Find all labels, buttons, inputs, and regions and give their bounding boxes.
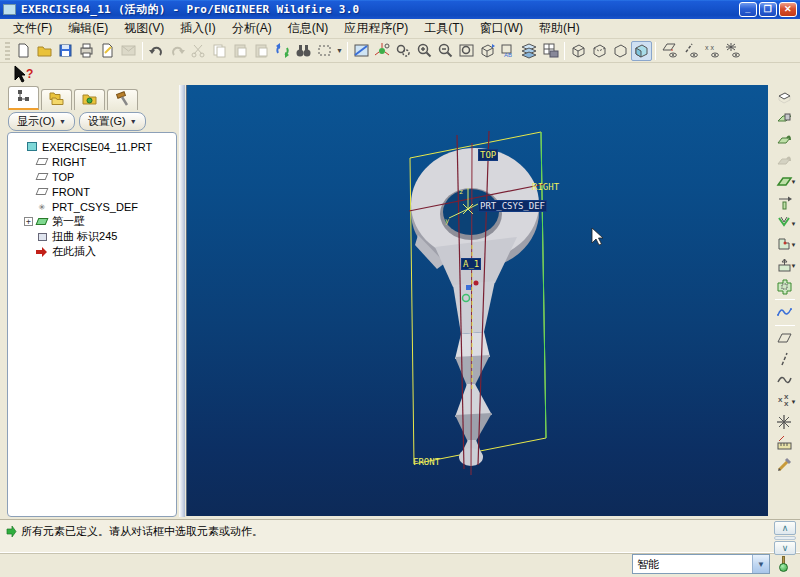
wall-options-icon[interactable]: ▼: [772, 171, 798, 192]
panel-sash[interactable]: [179, 85, 185, 517]
menu-view[interactable]: 视图(V): [117, 18, 171, 39]
flat-wall-tool-icon[interactable]: [772, 108, 798, 129]
saved-views-icon[interactable]: AB: [498, 41, 519, 61]
view-manager-icon[interactable]: [540, 41, 561, 61]
close-button[interactable]: ✕: [779, 2, 797, 17]
csys-tool-icon[interactable]: [772, 412, 798, 433]
hidden-line-icon[interactable]: [589, 41, 610, 61]
regenerate-icon[interactable]: [272, 41, 293, 61]
graphics-viewport[interactable]: TOP RIGHT PRT_CSYS_DEF FRONT A_1 z y: [186, 85, 768, 516]
orient-mode-icon[interactable]: [393, 41, 414, 61]
paste-icon[interactable]: [230, 41, 251, 61]
scroll-down-button[interactable]: ∨: [774, 541, 796, 555]
refit-icon[interactable]: [456, 41, 477, 61]
datum-axis-tool-icon[interactable]: [772, 349, 798, 370]
combo-dropdown-button[interactable]: ▼: [752, 555, 769, 573]
bend-tool-icon[interactable]: ▼: [772, 213, 798, 234]
menu-applications[interactable]: 应用程序(P): [337, 18, 415, 39]
print-icon[interactable]: [76, 41, 97, 61]
datum-label-right[interactable]: RIGHT: [532, 182, 559, 192]
paste-special-icon[interactable]: [251, 41, 272, 61]
datum-point-tool-icon[interactable]: xxx▼: [772, 391, 798, 412]
datum-label-front[interactable]: FRONT: [413, 457, 440, 467]
datum-axis-display-icon[interactable]: [680, 41, 701, 61]
tree-item[interactable]: RIGHT: [10, 154, 174, 169]
tree-item[interactable]: 扭曲 标识245: [10, 229, 174, 244]
reorient-icon[interactable]: [477, 41, 498, 61]
toolbar-grip[interactable]: [5, 42, 10, 60]
redo-icon[interactable]: [167, 41, 188, 61]
scroll-up-button[interactable]: ∧: [774, 521, 796, 535]
menu-analysis[interactable]: 分析(A): [225, 18, 279, 39]
measure-tool-icon[interactable]: [772, 433, 798, 454]
selection-filter-combo[interactable]: 智能 ▼: [632, 554, 770, 574]
shaded-icon[interactable]: [631, 41, 652, 61]
copy-icon[interactable]: [209, 41, 230, 61]
zoom-out-icon[interactable]: [435, 41, 456, 61]
sketch-tool-icon[interactable]: [772, 454, 798, 475]
zoom-in-icon[interactable]: [414, 41, 435, 61]
show-dropdown-button[interactable]: 显示(O)▼: [8, 112, 75, 131]
settings-dropdown-button[interactable]: 设置(G)▼: [79, 112, 146, 131]
tree-item[interactable]: 在此插入: [10, 244, 174, 259]
extrude-tool-icon[interactable]: [772, 87, 798, 108]
tree-item[interactable]: ✳PRT_CSYS_DEF: [10, 199, 174, 214]
corner-relief-tool-icon[interactable]: ▼: [772, 234, 798, 255]
twist-wall-tool-icon[interactable]: [772, 150, 798, 171]
tab-connections[interactable]: [107, 89, 138, 110]
no-hidden-icon[interactable]: [610, 41, 631, 61]
point-display-icon[interactable]: x x: [701, 41, 722, 61]
spin-center-icon[interactable]: [372, 41, 393, 61]
datum-plane-display-icon[interactable]: [659, 41, 680, 61]
undo-icon[interactable]: [146, 41, 167, 61]
context-help-icon[interactable]: ?: [12, 65, 38, 85]
menu-info[interactable]: 信息(N): [281, 18, 336, 39]
save-copy-icon[interactable]: [97, 41, 118, 61]
app-window: EXERCISE04_11 (活动的) - Pro/ENGINEER Wildf…: [0, 0, 800, 577]
wireframe-icon[interactable]: [568, 41, 589, 61]
form-tool-icon[interactable]: [772, 276, 798, 297]
menu-insert[interactable]: 插入(I): [173, 18, 222, 39]
csys-label[interactable]: PRT_CSYS_DEF: [479, 201, 546, 211]
open-icon[interactable]: [34, 41, 55, 61]
spline-tool-icon[interactable]: [772, 302, 798, 323]
find-icon[interactable]: [293, 41, 314, 61]
menu-help[interactable]: 帮助(H): [532, 18, 587, 39]
expand-icon[interactable]: +: [24, 217, 33, 226]
redraw-icon[interactable]: [351, 41, 372, 61]
curve-tool-icon[interactable]: [772, 370, 798, 391]
flange-wall-tool-icon[interactable]: [772, 129, 798, 150]
select-icon[interactable]: [314, 41, 335, 61]
menu-edit[interactable]: 编辑(E): [61, 18, 115, 39]
tree-item[interactable]: FRONT: [10, 184, 174, 199]
save-icon[interactable]: [55, 41, 76, 61]
unbend-tool-icon[interactable]: [772, 192, 798, 213]
layers-icon[interactable]: [519, 41, 540, 61]
punch-tool-icon[interactable]: ▼: [772, 255, 798, 276]
datum-label-top[interactable]: TOP: [479, 150, 497, 160]
tree-item[interactable]: EXERCISE04_11.PRT: [10, 139, 174, 154]
restore-button[interactable]: ❐: [759, 2, 777, 17]
feature-handle-blue[interactable]: [466, 285, 471, 290]
minimize-button[interactable]: _: [739, 2, 757, 17]
tree-item[interactable]: +第一壁: [10, 214, 174, 229]
filter-status-icon[interactable]: [778, 555, 790, 573]
dropdown-caret-icon[interactable]: ▼: [335, 41, 344, 61]
svg-text:AB: AB: [504, 52, 512, 58]
tab-favorites[interactable]: [74, 89, 105, 110]
datum-plane-tool-icon[interactable]: [772, 328, 798, 349]
scroll-thumb[interactable]: [774, 536, 796, 540]
tab-model-tree[interactable]: [8, 86, 39, 110]
new-file-icon[interactable]: [13, 41, 34, 61]
menu-window[interactable]: 窗口(W): [473, 18, 530, 39]
cut-icon[interactable]: [188, 41, 209, 61]
part-model[interactable]: [411, 148, 539, 466]
menu-file[interactable]: 文件(F): [6, 18, 59, 39]
feature-handle-red[interactable]: [474, 281, 479, 286]
menu-tools[interactable]: 工具(T): [417, 18, 470, 39]
csys-display-icon[interactable]: [722, 41, 743, 61]
tab-layers[interactable]: [41, 89, 72, 110]
tree-item[interactable]: TOP: [10, 169, 174, 184]
email-icon[interactable]: [118, 41, 139, 61]
axis-label[interactable]: A_1: [462, 259, 480, 269]
